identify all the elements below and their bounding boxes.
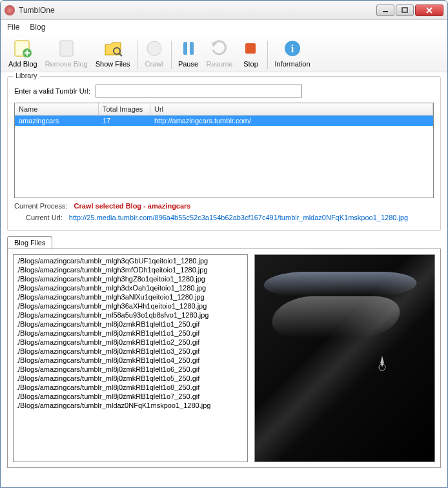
list-item[interactable]: ./Blogs/amazingcars/tumblr_mlgh3mfODh1qe… xyxy=(16,265,245,274)
tumblr-url-input[interactable] xyxy=(96,85,302,97)
file-list[interactable]: ./Blogs/amazingcars/tumblr_mlgh3qGbUF1qe… xyxy=(13,254,248,462)
current-url-value: http://25.media.tumblr.com/896a4b55c52c3… xyxy=(69,214,408,221)
show-files-label: Show Files xyxy=(96,60,130,68)
information-icon: i xyxy=(282,38,303,59)
current-process-label: Current Process: xyxy=(14,202,68,210)
table-header: Name Total Images Url xyxy=(15,103,433,116)
list-item[interactable]: ./Blogs/amazingcars/tumblr_ml8j0zmkRB1ql… xyxy=(16,338,245,347)
car-logo-icon xyxy=(377,354,387,371)
show-files-icon xyxy=(103,38,123,59)
show-files-button[interactable]: Show Files xyxy=(92,37,134,69)
pause-label: Pause xyxy=(178,60,198,68)
current-process-value: Crawl selected Blog - amazingcars xyxy=(74,202,191,210)
menu-file[interactable]: File xyxy=(7,23,19,32)
table-row[interactable]: amazingcars 17 http://amazingcars.tumblr… xyxy=(15,116,433,126)
list-item[interactable]: ./Blogs/amazingcars/tumblr_ml8j0zmkRB1ql… xyxy=(16,374,245,383)
remove-blog-button: Remove Blog xyxy=(41,37,92,69)
crawl-icon xyxy=(144,38,165,59)
titlebar: TumblOne xyxy=(1,1,447,20)
tab-blog-files[interactable]: Blog Files xyxy=(7,236,52,249)
list-item[interactable]: ./Blogs/amazingcars/tumblr_mlgh36aXHh1qe… xyxy=(16,301,245,310)
app-icon xyxy=(5,5,15,15)
stop-button[interactable]: Stop xyxy=(236,37,265,69)
current-url-label: Current Url: xyxy=(26,214,63,221)
add-blog-button[interactable]: Add Blog xyxy=(5,37,41,69)
preview-image xyxy=(255,255,434,462)
toolbar-separator xyxy=(137,41,137,69)
information-label: Information xyxy=(274,60,310,68)
minimize-button[interactable] xyxy=(376,5,394,16)
maximize-icon xyxy=(402,7,408,14)
list-item[interactable]: ./Blogs/amazingcars/tumblr_mlgh3hgZ8o1qe… xyxy=(16,274,245,283)
blog-table[interactable]: Name Total Images Url amazingcars 17 htt… xyxy=(14,103,434,198)
cell-name: amazingcars xyxy=(15,116,99,126)
col-name[interactable]: Name xyxy=(15,103,99,115)
list-item[interactable]: ./Blogs/amazingcars/tumblr_ml8j0zmkRB1ql… xyxy=(16,383,245,392)
image-preview xyxy=(254,254,435,462)
add-blog-label: Add Blog xyxy=(8,60,37,68)
cell-url: http://amazingcars.tumblr.com/ xyxy=(150,116,433,126)
remove-blog-label: Remove Blog xyxy=(45,60,88,68)
stop-label: Stop xyxy=(243,60,258,68)
crawl-button: Crawl xyxy=(140,37,168,69)
resume-label: Resume xyxy=(207,60,233,68)
window-controls xyxy=(376,5,443,16)
list-item[interactable]: ./Blogs/amazingcars/tumblr_mlgh3aNlXu1qe… xyxy=(16,292,245,301)
library-title: Library xyxy=(13,72,40,79)
list-item[interactable]: ./Blogs/amazingcars/tumblr_mlgh3qGbUF1qe… xyxy=(16,256,245,265)
library-group: Library Enter a valid Tumblr Url: Name T… xyxy=(7,76,441,231)
close-button[interactable] xyxy=(415,5,443,16)
url-entry-label: Enter a valid Tumblr Url: xyxy=(14,87,90,95)
information-button[interactable]: i Information xyxy=(270,37,314,69)
col-total-images[interactable]: Total Images xyxy=(99,103,150,115)
svg-text:i: i xyxy=(291,43,294,54)
svg-rect-8 xyxy=(60,41,73,56)
close-icon xyxy=(425,6,433,14)
crawl-label: Crawl xyxy=(145,60,163,68)
cell-total: 17 xyxy=(99,116,150,126)
minimize-icon xyxy=(382,7,389,14)
menubar: File Blog xyxy=(1,20,447,34)
resume-button: Resume xyxy=(203,37,237,69)
resume-icon xyxy=(209,38,230,59)
svg-rect-1 xyxy=(402,8,407,12)
stop-icon xyxy=(240,38,261,59)
list-item[interactable]: ./Blogs/amazingcars/tumblr_mlgh3dxOah1qe… xyxy=(16,283,245,292)
pause-button[interactable]: Pause xyxy=(174,37,203,69)
svg-line-10 xyxy=(119,54,122,56)
menu-blog[interactable]: Blog xyxy=(30,23,45,32)
blog-files-tabs: Blog Files ./Blogs/amazingcars/tumblr_ml… xyxy=(7,236,441,468)
list-item[interactable]: ./Blogs/amazingcars/tumblr_ml58a5u93o1qb… xyxy=(16,310,245,320)
toolbar: Add Blog Remove Blog Show Files Crawl Pa… xyxy=(1,34,447,72)
app-title: TumblOne xyxy=(19,6,376,15)
list-item[interactable]: ./Blogs/amazingcars/tumblr_ml8j0zmkRB1ql… xyxy=(16,320,245,329)
maximize-button[interactable] xyxy=(396,5,414,16)
remove-blog-icon xyxy=(56,38,77,59)
list-item[interactable]: ./Blogs/amazingcars/tumblr_ml8j0zmkRB1ql… xyxy=(16,347,245,356)
list-item[interactable]: ./Blogs/amazingcars/tumblr_ml8j0zmkRB1ql… xyxy=(16,329,245,338)
pause-icon xyxy=(178,38,199,59)
svg-rect-13 xyxy=(190,42,194,55)
list-item[interactable]: ./Blogs/amazingcars/tumblr_ml8j0zmkRB1ql… xyxy=(16,356,245,365)
list-item[interactable]: ./Blogs/amazingcars/tumblr_ml8j0zmkRB1ql… xyxy=(16,392,245,401)
svg-rect-12 xyxy=(183,42,187,55)
list-item[interactable]: ./Blogs/amazingcars/tumblr_mldaz0NFqK1ms… xyxy=(16,401,245,410)
list-item[interactable]: ./Blogs/amazingcars/tumblr_ml8j0zmkRB1ql… xyxy=(16,365,245,374)
toolbar-separator xyxy=(171,41,172,69)
add-blog-icon xyxy=(12,38,33,59)
svg-point-11 xyxy=(147,41,161,56)
toolbar-separator xyxy=(267,41,268,69)
col-url[interactable]: Url xyxy=(150,103,433,115)
svg-rect-15 xyxy=(245,43,256,54)
blog-files-panel: ./Blogs/amazingcars/tumblr_mlgh3qGbUF1qe… xyxy=(7,249,441,468)
